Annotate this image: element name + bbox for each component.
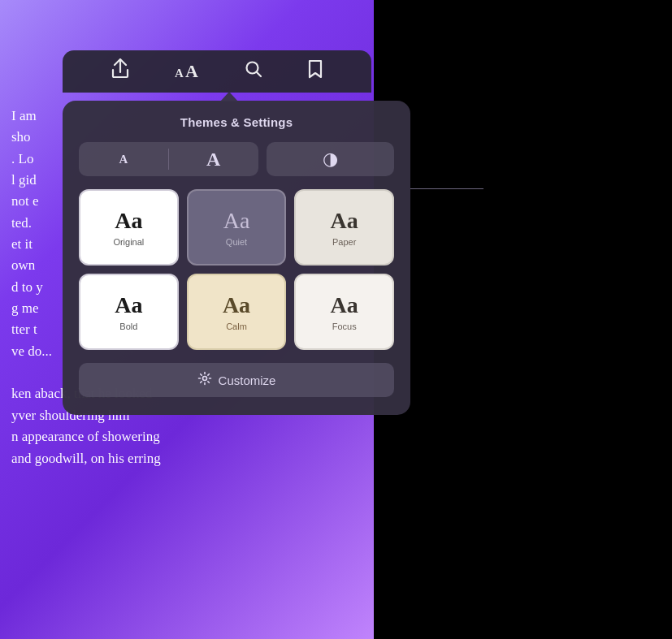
panel-title: Themes & Settings: [79, 115, 394, 129]
themes-settings-panel: Themes & Settings A A ◑ Aa Original Aa Q…: [63, 101, 410, 415]
font-increase-button[interactable]: A: [169, 142, 258, 176]
svg-line-1: [256, 72, 261, 77]
toolbar: AA: [63, 50, 371, 93]
customize-label: Customize: [219, 373, 276, 387]
font-size-control[interactable]: A A: [79, 142, 258, 176]
theme-quiet[interactable]: Aa Quiet: [187, 189, 287, 266]
theme-focus-aa: Aa: [331, 292, 358, 318]
control-row: A A ◑: [79, 142, 394, 176]
contrast-button[interactable]: ◑: [267, 142, 395, 176]
customize-gear-icon: [197, 371, 212, 390]
customize-button[interactable]: Customize: [79, 363, 394, 397]
theme-focus[interactable]: Aa Focus: [294, 274, 394, 350]
theme-calm-label: Calm: [226, 322, 247, 331]
popup-pointer: [220, 92, 238, 101]
theme-bold-label: Bold: [119, 322, 137, 331]
search-icon[interactable]: [245, 60, 262, 83]
theme-paper-aa: Aa: [331, 208, 358, 234]
background-right: [374, 0, 672, 639]
bookmark-icon[interactable]: [308, 59, 323, 84]
theme-calm-aa: Aa: [223, 292, 250, 318]
theme-grid: Aa Original Aa Quiet Aa Paper Aa Bold Aa…: [79, 189, 394, 350]
theme-quiet-aa: Aa: [223, 208, 250, 234]
theme-original-label: Original: [113, 237, 144, 247]
contrast-icon: ◑: [323, 149, 338, 170]
theme-original[interactable]: Aa Original: [79, 189, 179, 266]
theme-focus-label: Focus: [332, 322, 357, 331]
theme-bold-aa: Aa: [115, 292, 142, 318]
connector-line: [410, 188, 483, 189]
font-decrease-button[interactable]: A: [79, 142, 168, 176]
theme-calm[interactable]: Aa Calm: [187, 274, 287, 350]
theme-quiet-label: Quiet: [226, 237, 247, 247]
theme-paper-label: Paper: [332, 237, 356, 247]
theme-paper[interactable]: Aa Paper: [294, 189, 394, 266]
svg-point-2: [202, 376, 206, 380]
theme-original-aa: Aa: [115, 208, 142, 234]
theme-bold[interactable]: Aa Bold: [79, 274, 179, 350]
share-icon[interactable]: [111, 58, 129, 84]
font-size-icon[interactable]: AA: [175, 61, 199, 82]
